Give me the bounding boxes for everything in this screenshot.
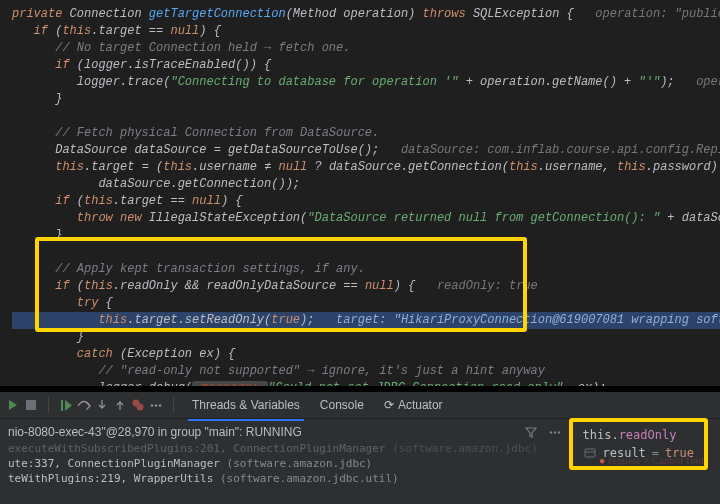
more-icon[interactable] (149, 398, 163, 412)
step-into-icon[interactable] (95, 398, 109, 412)
code-line: if (this.target == null) { (12, 193, 720, 210)
code-line (12, 108, 720, 125)
code-line: // Apply kept transaction settings, if a… (12, 261, 720, 278)
stop-icon[interactable] (24, 398, 38, 412)
filter-icon[interactable] (524, 425, 538, 439)
debug-toolbar: Threads & Variables Console ⟳Actuator (0, 392, 720, 419)
tab-threads-vars[interactable]: Threads & Variables (184, 394, 308, 416)
code-line: // No target Connection held → fetch one… (12, 40, 720, 57)
tab-actuator[interactable]: ⟳Actuator (376, 394, 451, 416)
code-line: if (logger.isTraceEnabled()) { (12, 57, 720, 74)
svg-point-4 (151, 404, 153, 406)
code-line: if (this.readOnly && readOnlyDataSource … (12, 278, 720, 295)
svg-point-8 (554, 431, 556, 433)
code-line: this.target = (this.username ≠ null ? da… (12, 159, 720, 176)
debug-panel: Threads & Variables Console ⟳Actuator ni… (0, 392, 720, 504)
code-line: } (12, 329, 720, 346)
more-icon[interactable] (548, 425, 562, 439)
code-line (12, 244, 720, 261)
resume-icon[interactable] (59, 398, 73, 412)
svg-rect-1 (61, 400, 63, 411)
code-line: logger.debug( message: "Could not set JD… (12, 380, 720, 386)
view-breakpoints-icon[interactable] (131, 398, 145, 412)
step-out-icon[interactable] (113, 398, 127, 412)
code-line: // "read-only not supported" → ignore, i… (12, 363, 720, 380)
stack-frame[interactable]: teWithPlugins:219, WrapperUtils (softwar… (8, 471, 720, 486)
svg-point-6 (159, 404, 161, 406)
code-line: } (12, 227, 720, 244)
result-object-icon (583, 446, 597, 460)
evaluate-expression-popup[interactable]: this.readOnly result = true ● request = … (569, 418, 709, 470)
svg-point-3 (137, 404, 144, 411)
svg-rect-0 (26, 400, 36, 410)
thread-status[interactable]: nio-8080-exec-43"@28,970 in group "main"… (8, 425, 302, 439)
code-line: private Connection getTargetConnection(M… (12, 6, 720, 23)
code-line: // Fetch physical Connection from DataSo… (12, 125, 720, 142)
step-over-icon[interactable] (77, 398, 91, 412)
svg-point-5 (155, 404, 157, 406)
execution-line: this.target.setReadOnly(true); target: "… (12, 312, 720, 329)
code-line: try { (12, 295, 720, 312)
svg-point-7 (550, 431, 552, 433)
code-line: catch (Exception ex) { (12, 346, 720, 363)
code-line: if (this.target == null) { (12, 23, 720, 40)
code-line: dataSource.getConnection()); (12, 176, 720, 193)
tab-console[interactable]: Console (312, 394, 372, 416)
evaluate-input[interactable]: this.readOnly (583, 428, 695, 442)
code-line: } (12, 91, 720, 108)
code-line: throw new IllegalStateException("DataSou… (12, 210, 720, 227)
svg-point-9 (558, 431, 560, 433)
code-line: logger.trace("Connecting to database for… (12, 74, 720, 91)
code-editor[interactable]: private Connection getTargetConnection(M… (0, 0, 720, 386)
svg-rect-10 (585, 449, 595, 457)
error-hint: ● request = Cannot find (599, 455, 704, 466)
rerun-icon[interactable] (6, 398, 20, 412)
code-line: DataSource dataSource = getDataSourceToU… (12, 142, 720, 159)
